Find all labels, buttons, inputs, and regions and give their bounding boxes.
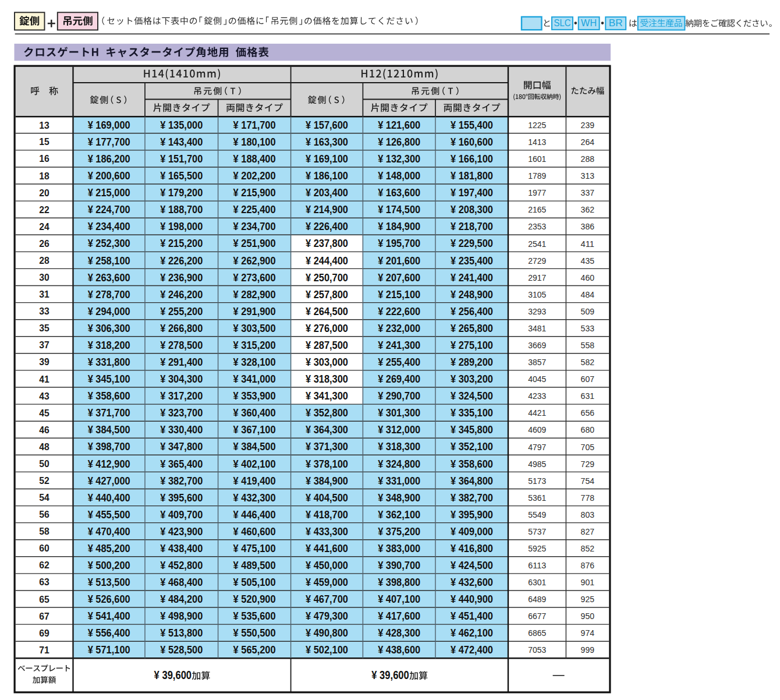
svg-text:¥ 467,700: ¥ 467,700 <box>306 593 348 605</box>
svg-text:41: 41 <box>39 374 49 384</box>
svg-text:¥ 432,300: ¥ 432,300 <box>233 492 276 504</box>
svg-text:¥ 257,800: ¥ 257,800 <box>306 288 348 300</box>
svg-text:69: 69 <box>39 628 49 638</box>
svg-text:46: 46 <box>39 425 49 435</box>
svg-text:¥ 263,600: ¥ 263,600 <box>88 271 130 284</box>
svg-text:¥ 341,300: ¥ 341,300 <box>306 390 348 402</box>
svg-text:24: 24 <box>39 221 49 232</box>
svg-text:631: 631 <box>581 391 595 401</box>
svg-text:¥ 556,400: ¥ 556,400 <box>88 627 130 639</box>
svg-text:¥ 306,300: ¥ 306,300 <box>88 322 130 334</box>
svg-text:26: 26 <box>39 238 49 249</box>
svg-text:1789: 1789 <box>528 171 546 181</box>
svg-text:¥ 468,400: ¥ 468,400 <box>160 576 203 588</box>
svg-text:62: 62 <box>39 560 49 570</box>
svg-text:852: 852 <box>581 543 595 553</box>
svg-text:¥ 353,900: ¥ 353,900 <box>233 390 276 402</box>
svg-text:¥ 273,600: ¥ 273,600 <box>233 271 276 284</box>
svg-text:¥ 215,900: ¥ 215,900 <box>233 186 276 199</box>
svg-text:¥ 398,800: ¥ 398,800 <box>378 576 420 588</box>
svg-text:¥ 197,400: ¥ 197,400 <box>451 186 493 199</box>
svg-text:2729: 2729 <box>528 256 546 266</box>
svg-text:460: 460 <box>581 273 595 282</box>
svg-text:BR: BR <box>609 18 623 28</box>
svg-text:558: 558 <box>581 340 595 350</box>
svg-text:6677: 6677 <box>528 611 546 621</box>
svg-text:¥ 395,900: ¥ 395,900 <box>451 508 493 521</box>
svg-text:¥ 384,500: ¥ 384,500 <box>233 440 276 452</box>
svg-text:¥ 163,300: ¥ 163,300 <box>306 136 348 148</box>
svg-text:¥ 384,500: ¥ 384,500 <box>88 423 130 436</box>
svg-text:¥ 371,700: ¥ 371,700 <box>88 406 130 419</box>
svg-text:¥ 404,500: ¥ 404,500 <box>306 492 348 504</box>
svg-text:¥ 269,400: ¥ 269,400 <box>378 373 420 385</box>
svg-text:¥ 143,400: ¥ 143,400 <box>160 136 203 148</box>
svg-text:33: 33 <box>39 306 49 316</box>
svg-text:¥ 345,800: ¥ 345,800 <box>451 423 493 436</box>
svg-text:¥ 335,100: ¥ 335,100 <box>451 406 493 419</box>
svg-text:6113: 6113 <box>528 560 546 570</box>
svg-text:1601: 1601 <box>528 154 546 164</box>
svg-text:¥ 198,000: ¥ 198,000 <box>160 220 203 232</box>
svg-text:¥ 218,700: ¥ 218,700 <box>451 220 493 232</box>
svg-text:¥ 328,100: ¥ 328,100 <box>233 356 276 368</box>
svg-text:¥ 419,400: ¥ 419,400 <box>233 475 276 487</box>
svg-text:¥ 225,400: ¥ 225,400 <box>233 203 276 215</box>
svg-text:¥ 244,400: ¥ 244,400 <box>306 254 348 267</box>
svg-text:¥ 266,800: ¥ 266,800 <box>160 322 203 334</box>
svg-text:827: 827 <box>581 526 595 536</box>
svg-text:¥ 312,000: ¥ 312,000 <box>378 423 420 436</box>
svg-text:¥ 418,700: ¥ 418,700 <box>306 508 348 521</box>
svg-text:¥ 215,200: ¥ 215,200 <box>160 237 203 249</box>
svg-text:¥ 451,400: ¥ 451,400 <box>451 610 493 622</box>
svg-text:48: 48 <box>39 441 49 452</box>
svg-text:¥ 174,500: ¥ 174,500 <box>378 203 420 215</box>
svg-text:¥ 498,900: ¥ 498,900 <box>160 610 203 622</box>
svg-text:¥ 438,600: ¥ 438,600 <box>378 644 420 656</box>
svg-text:2353: 2353 <box>528 221 546 231</box>
svg-text:¥ 39,600: ¥ 39,600 <box>154 669 192 681</box>
svg-text:¥ 459,000: ¥ 459,000 <box>306 576 348 588</box>
svg-text:484: 484 <box>581 289 595 299</box>
svg-text:¥ 224,700: ¥ 224,700 <box>88 203 130 215</box>
svg-text:¥ 248,900: ¥ 248,900 <box>451 288 493 300</box>
svg-text:¥ 232,000: ¥ 232,000 <box>378 322 420 334</box>
svg-text:¥ 472,400: ¥ 472,400 <box>451 644 493 656</box>
svg-text:¥ 424,500: ¥ 424,500 <box>451 559 493 571</box>
svg-text:582: 582 <box>581 357 595 367</box>
svg-text:¥ 402,100: ¥ 402,100 <box>233 458 276 470</box>
svg-text:362: 362 <box>581 204 595 214</box>
svg-text:999: 999 <box>581 645 595 655</box>
svg-text:1977: 1977 <box>528 188 546 197</box>
svg-text:¥ 278,700: ¥ 278,700 <box>88 288 130 300</box>
svg-text:¥ 265,800: ¥ 265,800 <box>451 322 493 334</box>
svg-text:¥ 318,300: ¥ 318,300 <box>378 440 420 452</box>
svg-text:¥ 323,700: ¥ 323,700 <box>160 406 203 419</box>
svg-text:3857: 3857 <box>528 357 546 367</box>
svg-text:¥ 441,600: ¥ 441,600 <box>306 542 348 554</box>
svg-text:¥ 331,800: ¥ 331,800 <box>88 356 130 368</box>
svg-text:31: 31 <box>39 289 49 299</box>
svg-text:¥ 371,300: ¥ 371,300 <box>306 440 348 452</box>
svg-text:1225: 1225 <box>528 120 546 130</box>
svg-text:5549: 5549 <box>528 510 546 519</box>
svg-text:63: 63 <box>39 577 49 587</box>
svg-text:¥ 166,100: ¥ 166,100 <box>451 153 493 165</box>
svg-text:5173: 5173 <box>528 476 546 486</box>
svg-text:¥ 256,400: ¥ 256,400 <box>451 305 493 317</box>
svg-text:¥ 452,800: ¥ 452,800 <box>160 559 203 571</box>
svg-text:¥ 155,400: ¥ 155,400 <box>451 119 493 131</box>
svg-text:¥ 409,000: ¥ 409,000 <box>451 525 493 538</box>
svg-text:¥ 121,600: ¥ 121,600 <box>378 119 420 131</box>
svg-text:60: 60 <box>39 543 49 553</box>
svg-text:¥ 148,000: ¥ 148,000 <box>378 169 420 182</box>
svg-text:¥ 126,800: ¥ 126,800 <box>378 136 420 148</box>
svg-text:¥ 505,100: ¥ 505,100 <box>233 576 276 588</box>
svg-text:2541: 2541 <box>528 239 546 249</box>
svg-text:313: 313 <box>581 171 595 181</box>
svg-text:¥ 235,400: ¥ 235,400 <box>451 254 493 267</box>
svg-text:¥ 520,900: ¥ 520,900 <box>233 593 276 605</box>
svg-text:58: 58 <box>39 526 49 536</box>
svg-text:¥ 423,900: ¥ 423,900 <box>160 525 203 538</box>
svg-text:¥ 234,700: ¥ 234,700 <box>233 220 276 232</box>
